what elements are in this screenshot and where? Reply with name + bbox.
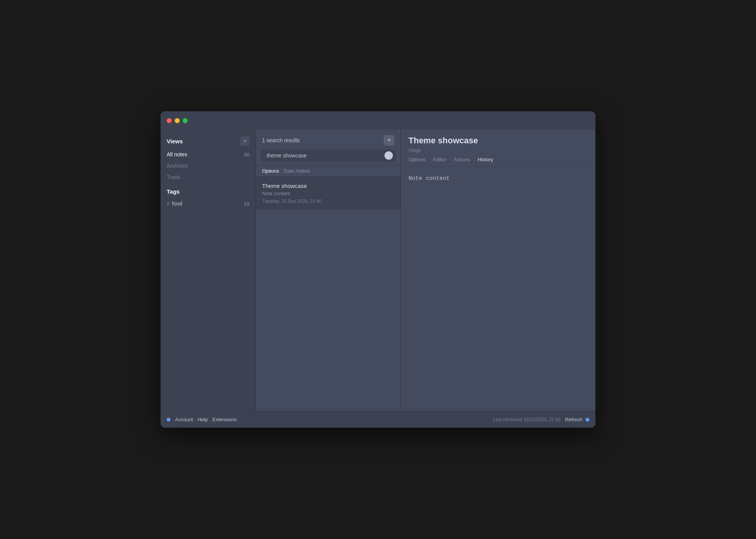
editor-content[interactable]: Note content — [401, 167, 595, 411]
views-label: Views — [167, 138, 183, 144]
close-button[interactable] — [167, 118, 172, 123]
note-date: Tuesday, 15 Dec 2020, 21:40 — [262, 199, 394, 204]
note-preview: Note content — [262, 191, 394, 196]
notes-panel: 1 search results + Options Date Added Th… — [256, 130, 401, 411]
sort-options-tab[interactable]: Options — [262, 168, 279, 174]
views-header: Views + — [161, 134, 256, 149]
notes-panel-header: 1 search results + — [256, 130, 401, 149]
search-bar — [261, 149, 396, 162]
bottom-bar: Account Help Extensions Last refreshed 1… — [161, 411, 595, 428]
editor-header: Theme showcase #tags Options Editor Acti… — [401, 130, 595, 167]
sync-status-dot — [585, 418, 589, 422]
editor-tabs: Options Editor Actions History — [409, 157, 588, 163]
notes-sort-bar: Options Date Added — [256, 165, 401, 176]
account-button[interactable]: Account — [175, 417, 193, 422]
tag-hash-icon: # — [167, 201, 170, 207]
editor-panel: Theme showcase #tags Options Editor Acti… — [401, 130, 595, 411]
sidebar-item-archived[interactable]: Archived — [161, 160, 256, 172]
sidebar-item-trash[interactable]: Trash — [161, 172, 256, 183]
tab-actions[interactable]: Actions — [454, 157, 470, 163]
tags-header: Tags — [161, 183, 256, 198]
main-content: Views + All notes 90 Archived Trash Tags… — [161, 130, 595, 411]
account-status-dot — [167, 418, 171, 422]
note-title: Theme showcase — [262, 183, 394, 189]
extensions-button[interactable]: Extensions — [212, 417, 237, 422]
all-notes-count: 90 — [244, 152, 249, 157]
help-button[interactable]: Help — [198, 417, 208, 422]
minimize-button[interactable] — [175, 118, 180, 123]
bottom-left: Account Help Extensions — [167, 417, 364, 422]
traffic-lights — [167, 118, 188, 123]
app-window: Views + All notes 90 Archived Trash Tags… — [161, 111, 595, 428]
editor-title: Theme showcase — [409, 136, 588, 146]
sidebar: Views + All notes 90 Archived Trash Tags… — [161, 130, 256, 411]
search-results-label: 1 search results — [262, 137, 300, 143]
tag-food-label: food — [172, 201, 242, 207]
all-notes-label: All notes — [167, 151, 187, 157]
trash-label: Trash — [167, 174, 180, 180]
title-bar — [161, 111, 595, 130]
maximize-button[interactable] — [183, 118, 188, 123]
sidebar-item-food-tag[interactable]: # food 19 — [161, 198, 256, 209]
refresh-button[interactable]: Refresh — [565, 417, 582, 422]
note-list: Theme showcase Note content Tuesday, 15 … — [256, 176, 401, 411]
tag-food-count: 19 — [244, 201, 249, 207]
archived-label: Archived — [167, 163, 187, 169]
sidebar-item-all-notes[interactable]: All notes 90 — [161, 149, 256, 160]
tab-history[interactable]: History — [478, 157, 493, 163]
last-refreshed-label: Last refreshed 15/12/2020, 21:43 — [364, 417, 565, 422]
editor-tags: #tags — [409, 147, 588, 153]
tab-editor[interactable]: Editor — [433, 157, 446, 163]
search-input[interactable] — [261, 149, 396, 162]
search-toggle-button[interactable] — [384, 151, 393, 160]
tab-options[interactable]: Options — [409, 157, 426, 163]
add-view-button[interactable]: + — [240, 136, 249, 146]
new-note-button[interactable]: + — [384, 135, 394, 146]
sort-date-tab[interactable]: Date Added — [284, 168, 310, 174]
note-item[interactable]: Theme showcase Note content Tuesday, 15 … — [256, 176, 401, 210]
